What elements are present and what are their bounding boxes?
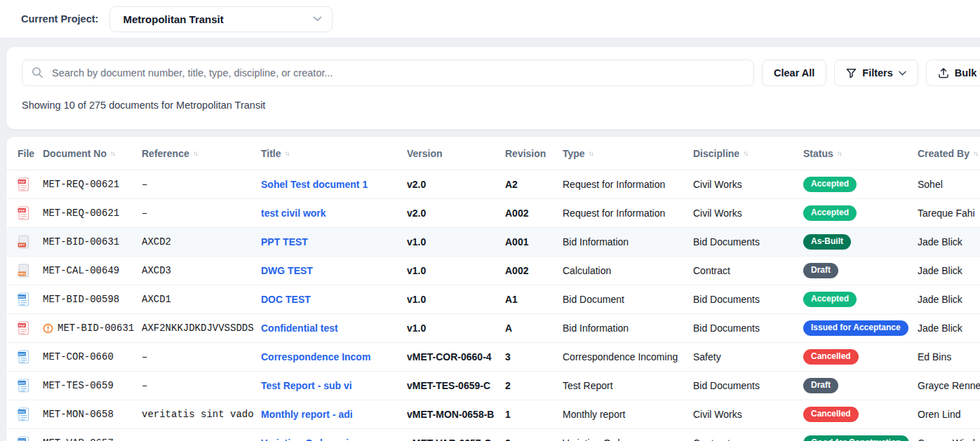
status-badge: Cancelled (803, 349, 859, 365)
sort-icon[interactable]: ↑↓ (193, 149, 199, 157)
revision-cell: 1 (505, 409, 563, 420)
status-cell: Cancelled (803, 407, 918, 422)
type-cell: Variation Order (563, 437, 693, 441)
document-title-link[interactable]: Correspondence Incom (261, 351, 370, 362)
table-row: PPTMET-BID-00631AXCD2PPT TESTv1.0A001Bid… (6, 228, 980, 257)
document-no-cell: MET-COR-0660 (43, 351, 142, 362)
doc-file-icon: DOC (18, 436, 29, 441)
search-toolbar-card: Clear All Filters Bulk Upload Showing 10… (6, 46, 980, 130)
column-label: File (18, 148, 34, 159)
document-no-cell: MET-MON-0658 (43, 409, 142, 420)
status-cell: As-Built (803, 234, 918, 250)
status-cell: Draft (803, 263, 918, 278)
pdf-file-icon: PDF (18, 321, 29, 335)
type-cell: Correspondence Incoming (563, 351, 693, 362)
version-cell: v1.0 (407, 265, 505, 276)
document-title-link[interactable]: Monthly report - adi (261, 409, 353, 420)
filters-button[interactable]: Filters (834, 60, 918, 86)
discipline-cell: Safety (693, 351, 803, 362)
status-badge: Good for Construction (803, 435, 909, 441)
column-header-title[interactable]: Title↑↓ (261, 148, 407, 159)
created-by-cell: Ed Bins (918, 351, 980, 362)
column-header-status[interactable]: Status↑↓ (803, 148, 918, 159)
file-type-cell: DWG (18, 264, 43, 278)
document-no-cell: MET-BID-00631 (43, 323, 142, 334)
doc-file-icon: DOC (18, 407, 29, 421)
created-by-cell: Jade Blick (918, 236, 980, 247)
document-no: MET-REQ-00621 (43, 208, 119, 219)
clear-all-button[interactable]: Clear All (762, 60, 826, 86)
column-header-document-no[interactable]: Document No↑↓ (43, 148, 142, 159)
document-no-cell: MET-REQ-00621 (43, 179, 142, 190)
document-title-link[interactable]: Variation Order - vi (261, 437, 349, 441)
column-header-created-by[interactable]: Created By↑↓ (918, 148, 980, 159)
bulk-upload-button[interactable]: Bulk Upload (926, 60, 980, 86)
type-cell: Bid Document (563, 294, 693, 305)
document-title-link[interactable]: test civil work (261, 208, 326, 219)
table-row: DOCMET-MON-0658veritatis sint vadoMonthl… (6, 400, 980, 429)
document-no: MET-BID-00598 (43, 294, 119, 305)
document-title-link[interactable]: DWG TEST (261, 265, 313, 276)
column-header-reference[interactable]: Reference↑↓ (142, 148, 261, 159)
sort-icon[interactable]: ↑↓ (837, 149, 843, 157)
type-cell: Bid Information (563, 323, 693, 334)
sort-icon[interactable]: ↑↓ (743, 149, 749, 157)
document-title-link[interactable]: Confidential test (261, 323, 338, 334)
discipline-cell: Bid Documents (693, 236, 803, 247)
created-by-cell: Jade Blick (918, 323, 980, 334)
document-no: MET-MON-0658 (43, 409, 114, 420)
document-title-link[interactable]: DOC TEST (261, 294, 311, 305)
status-cell: Accepted (803, 292, 918, 307)
table-row: DWGMET-CAL-00649AXCD3DWG TESTv1.0A002Cal… (6, 257, 980, 285)
title-cell: Test Report - sub vi (261, 380, 407, 391)
document-no: MET-TES-0659 (43, 380, 114, 391)
sort-icon[interactable]: ↑↓ (973, 149, 979, 157)
column-header-type[interactable]: Type↑↓ (563, 148, 693, 159)
column-header-version: Version (407, 148, 505, 159)
clear-all-label: Clear All (774, 67, 814, 79)
created-by-cell: Jade Blick (918, 294, 980, 305)
chevron-down-icon (313, 16, 322, 22)
file-type-cell: PDF (18, 206, 43, 220)
document-title-link[interactable]: Test Report - sub vi (261, 380, 352, 391)
sort-icon[interactable]: ↑↓ (589, 149, 594, 157)
title-cell: test civil work (261, 208, 407, 219)
column-label: Version (407, 148, 443, 159)
sort-icon[interactable]: ↑↓ (285, 149, 290, 157)
search-icon (32, 67, 43, 79)
search-input[interactable] (22, 60, 754, 86)
sort-icon[interactable]: ↑↓ (110, 149, 116, 157)
revision-cell: 2 (505, 437, 563, 441)
svg-text:DOC: DOC (18, 381, 26, 385)
document-title-link[interactable]: Sohel Test document 1 (261, 179, 368, 190)
title-cell: PPT TEST (261, 236, 407, 247)
version-cell: v2.0 (407, 208, 505, 219)
svg-text:PPT: PPT (19, 243, 25, 247)
column-header-discipline[interactable]: Discipline↑↓ (693, 148, 803, 159)
document-no: MET-COR-0660 (43, 351, 114, 362)
table-row: DOCMET-TES-0659–Test Report - sub vivMET… (6, 372, 980, 400)
document-no-cell: MET-VAR-0657 (43, 437, 142, 441)
discipline-cell: Contract (693, 437, 803, 441)
version-cell: v1.0 (407, 323, 505, 334)
document-no-cell: MET-TES-0659 (43, 380, 142, 391)
document-no: MET-REQ-00621 (43, 179, 119, 190)
type-cell: Request for Information (563, 179, 693, 190)
svg-text:DOC: DOC (18, 353, 26, 356)
revision-cell: A002 (505, 208, 563, 219)
chevron-down-icon (899, 71, 906, 76)
document-title-link[interactable]: PPT TEST (261, 236, 308, 247)
version-cell: vMET-VAR-0657-C (407, 437, 505, 441)
document-no: MET-CAL-00649 (43, 265, 119, 276)
file-type-cell: PPT (18, 235, 43, 249)
document-no-cell: MET-BID-00598 (43, 294, 142, 305)
reference-cell: AXCD3 (142, 265, 261, 276)
status-badge: Accepted (803, 205, 857, 221)
revision-cell: A002 (505, 265, 563, 276)
title-cell: Sohel Test document 1 (261, 179, 407, 190)
reference-cell: AXCD1 (142, 294, 261, 305)
status-badge: Issued for Acceptance (803, 320, 908, 336)
title-cell: DWG TEST (261, 265, 407, 276)
column-label: Discipline (693, 148, 739, 159)
project-select[interactable]: Metropolitan Transit (109, 6, 333, 32)
